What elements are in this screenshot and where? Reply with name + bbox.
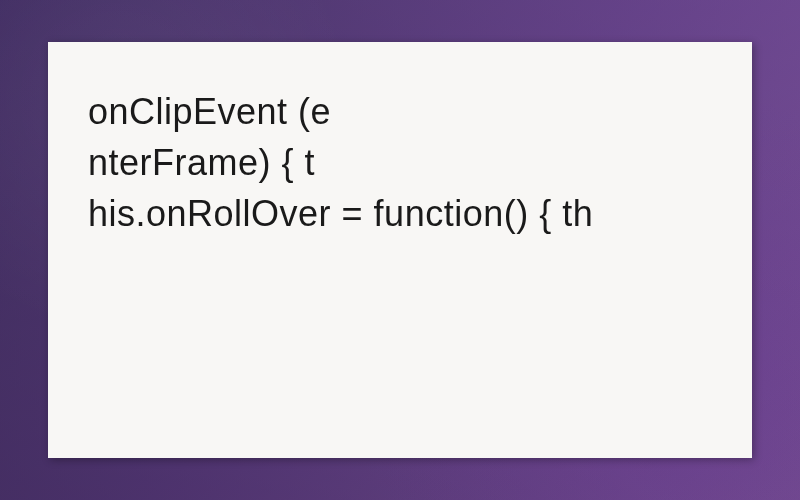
code-line-1: onClipEvent (e xyxy=(88,86,712,137)
text-card: onClipEvent (e nterFrame) { t his.onRoll… xyxy=(48,42,752,458)
code-line-2: nterFrame) { t xyxy=(88,137,712,188)
code-line-3: his.onRollOver = function() { th xyxy=(88,188,712,239)
code-text: onClipEvent (e nterFrame) { t his.onRoll… xyxy=(48,42,752,283)
